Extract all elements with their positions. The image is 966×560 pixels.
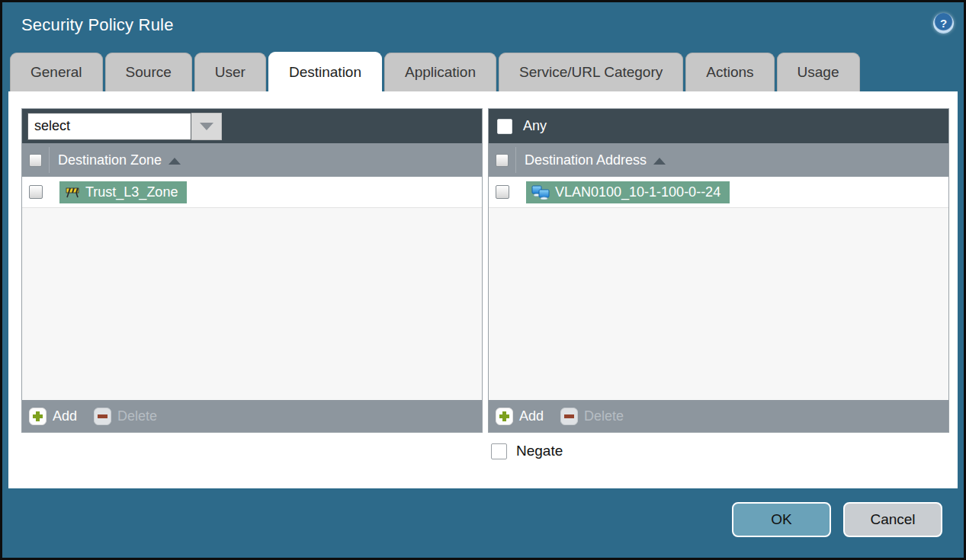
address-panel-toolbar: Any <box>489 109 948 143</box>
chevron-down-icon <box>200 123 213 130</box>
any-toggle[interactable]: Any <box>494 118 547 134</box>
destination-zone-panel: select Destination Zone <box>21 108 483 433</box>
address-chip[interactable]: VLAN0100_10-1-100-0--24 <box>526 181 730 203</box>
zone-column-label: Destination Zone <box>58 152 162 168</box>
negate-label: Negate <box>516 443 563 459</box>
add-plus-icon <box>496 408 513 425</box>
zone-panel-footer: Add Delete <box>22 400 482 432</box>
cancel-button[interactable]: Cancel <box>843 502 942 537</box>
zone-type-select-button[interactable] <box>191 113 222 140</box>
tab-service-url-category[interactable]: Service/URL Category <box>499 53 683 91</box>
address-column-header[interactable]: Destination Address <box>489 143 948 177</box>
address-chip-label: VLAN0100_10-1-100-0--24 <box>555 184 720 200</box>
negate-toggle[interactable]: Negate <box>491 443 563 459</box>
tab-user[interactable]: User <box>194 53 266 91</box>
destination-tab-body: select Destination Zone <box>8 91 958 488</box>
column-separator <box>515 147 516 173</box>
zone-row[interactable]: Trust_L3_Zone <box>22 177 482 208</box>
security-policy-rule-dialog: Security Policy Rule ? General Source Us… <box>0 0 966 560</box>
tab-source[interactable]: Source <box>105 53 192 91</box>
tab-destination[interactable]: Destination <box>268 52 382 91</box>
zone-icon <box>65 186 80 198</box>
delete-minus-icon <box>94 408 111 425</box>
dialog-footer: OK Cancel <box>2 484 964 558</box>
address-row[interactable]: VLAN0100_10-1-100-0--24 <box>489 177 948 208</box>
tab-general[interactable]: General <box>10 53 103 91</box>
zone-panel-toolbar: select <box>22 109 482 143</box>
tab-usage[interactable]: Usage <box>777 53 860 91</box>
zone-select-all-checkbox[interactable] <box>29 154 42 167</box>
column-separator <box>49 147 50 173</box>
delete-minus-icon <box>560 408 578 425</box>
zone-add-button[interactable]: Add <box>29 408 77 425</box>
tab-actions[interactable]: Actions <box>685 53 774 91</box>
address-row-checkbox[interactable] <box>496 185 509 199</box>
any-label: Any <box>523 118 547 134</box>
negate-checkbox[interactable] <box>491 443 507 459</box>
any-checkbox[interactable] <box>497 119 512 134</box>
zone-type-select-value[interactable]: select <box>27 113 191 140</box>
address-delete-button[interactable]: Delete <box>560 408 624 425</box>
zone-delete-label: Delete <box>117 408 157 424</box>
add-plus-icon <box>29 408 47 425</box>
zone-list: Trust_L3_Zone <box>22 177 482 400</box>
destination-address-panel: Any Destination Address <box>488 108 949 433</box>
address-select-all-checkbox[interactable] <box>496 154 509 167</box>
address-column-label: Destination Address <box>525 152 647 168</box>
address-list: VLAN0100_10-1-100-0--24 <box>489 177 948 400</box>
sort-ascending-icon <box>653 158 666 165</box>
zone-add-label: Add <box>53 408 77 424</box>
titlebar: Security Policy Rule ? <box>2 2 964 50</box>
address-add-label: Add <box>519 408 544 424</box>
zone-chip[interactable]: Trust_L3_Zone <box>59 181 187 203</box>
address-icon <box>531 185 550 200</box>
zone-delete-button[interactable]: Delete <box>94 408 157 425</box>
zone-row-checkbox[interactable] <box>29 185 43 199</box>
help-icon[interactable]: ? <box>933 13 954 34</box>
address-delete-label: Delete <box>584 408 624 424</box>
sort-ascending-icon <box>168 158 181 165</box>
zone-type-select[interactable]: select <box>27 113 222 140</box>
dialog-title: Security Policy Rule <box>21 15 174 35</box>
address-add-button[interactable]: Add <box>496 408 544 425</box>
zone-column-header[interactable]: Destination Zone <box>22 143 482 177</box>
ok-button[interactable]: OK <box>732 502 831 537</box>
tab-application[interactable]: Application <box>384 53 496 91</box>
zone-chip-label: Trust_L3_Zone <box>85 184 178 200</box>
tab-bar: General Source User Destination Applicat… <box>10 53 956 91</box>
address-panel-footer: Add Delete <box>489 400 948 432</box>
